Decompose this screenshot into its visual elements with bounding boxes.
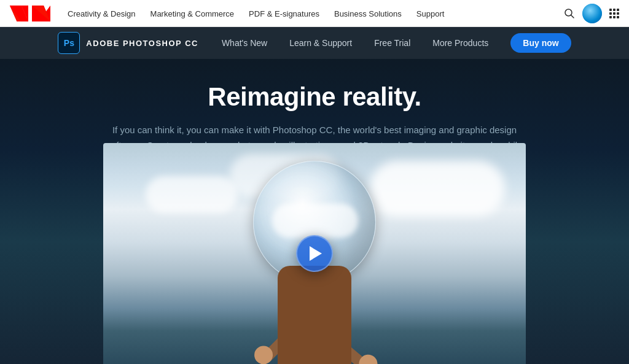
top-nav-left: Creativity & Design Marketing & Commerce… bbox=[10, 6, 444, 21]
apps-menu-button[interactable] bbox=[609, 9, 619, 18]
nav-link-marketing[interactable]: Marketing & Commerce bbox=[150, 9, 235, 18]
ps-logo-area: Ps ADOBE PHOTOSHOP CC bbox=[58, 32, 198, 54]
adobe-logo-icon bbox=[10, 6, 28, 21]
nav-item-business[interactable]: Business Solutions bbox=[334, 8, 402, 19]
nav-item-support[interactable]: Support bbox=[416, 8, 445, 19]
product-nav-whats-new[interactable]: What's New bbox=[211, 27, 278, 59]
nav-link-business[interactable]: Business Solutions bbox=[334, 9, 402, 18]
ps-icon: Ps bbox=[58, 32, 80, 54]
top-nav-links: Creativity & Design Marketing & Commerce… bbox=[68, 8, 444, 19]
top-nav: Creativity & Design Marketing & Commerce… bbox=[0, 0, 629, 27]
video-container[interactable] bbox=[103, 143, 526, 364]
video-background bbox=[103, 143, 526, 364]
product-link-learn[interactable]: Learn & Support bbox=[278, 27, 363, 59]
grid-icon bbox=[609, 9, 619, 18]
adobe-logo[interactable] bbox=[10, 6, 50, 21]
nav-link-pdf[interactable]: PDF & E-signatures bbox=[249, 9, 319, 18]
product-link-trial[interactable]: Free Trial bbox=[363, 27, 421, 59]
avatar[interactable] bbox=[582, 4, 602, 23]
product-link-more[interactable]: More Products bbox=[421, 27, 499, 59]
hero-title: Reimagine reality. bbox=[106, 82, 523, 112]
svg-line-5 bbox=[571, 15, 574, 18]
adobe-a-logo bbox=[32, 6, 50, 21]
avatar-image bbox=[582, 4, 602, 23]
play-button[interactable] bbox=[296, 235, 333, 272]
product-nav: Ps ADOBE PHOTOSHOP CC What's New Learn &… bbox=[0, 27, 629, 59]
product-nav-links: What's New Learn & Support Free Trial Mo… bbox=[211, 27, 499, 59]
product-link-whats-new[interactable]: What's New bbox=[211, 27, 278, 59]
cloud-decoration-2 bbox=[146, 176, 238, 213]
play-icon bbox=[310, 246, 322, 261]
body-torso bbox=[278, 266, 351, 364]
hand-left bbox=[251, 342, 276, 364]
product-nav-trial[interactable]: Free Trial bbox=[363, 27, 421, 59]
product-nav-more[interactable]: More Products bbox=[421, 27, 499, 59]
product-nav-learn[interactable]: Learn & Support bbox=[278, 27, 363, 59]
buy-now-button[interactable]: Buy now bbox=[510, 33, 571, 53]
hand-right bbox=[355, 351, 381, 364]
top-nav-right bbox=[564, 4, 619, 23]
nav-item-pdf[interactable]: PDF & E-signatures bbox=[249, 8, 319, 19]
hero-section: Reimagine reality. If you can think it, … bbox=[0, 59, 629, 364]
product-nav-inner: Ps ADOBE PHOTOSHOP CC What's New Learn &… bbox=[58, 27, 571, 59]
search-button[interactable] bbox=[564, 8, 575, 19]
nav-link-creativity[interactable]: Creativity & Design bbox=[68, 9, 136, 18]
cloud-decoration-1 bbox=[370, 161, 505, 216]
ps-product-name: ADOBE PHOTOSHOP CC bbox=[86, 39, 198, 48]
nav-item-creativity[interactable]: Creativity & Design bbox=[68, 8, 136, 19]
search-icon bbox=[564, 8, 575, 19]
nav-item-marketing[interactable]: Marketing & Commerce bbox=[150, 8, 235, 19]
nav-link-support[interactable]: Support bbox=[416, 9, 445, 18]
